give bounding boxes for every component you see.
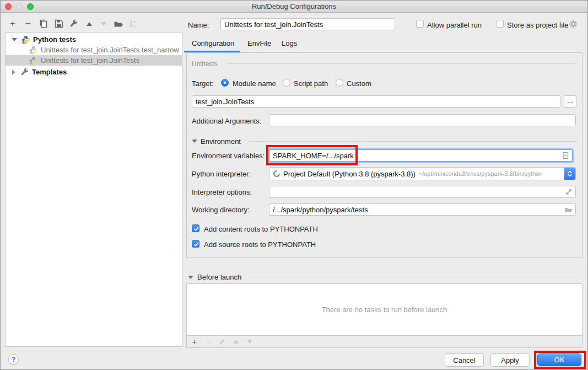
radio-custom-label[interactable]: Custom (347, 79, 371, 88)
tree-item-unittests-test-narrow[interactable]: Unittests for test_join.JoinTests.test_n… (6, 45, 182, 55)
radio-script-path-label[interactable]: Script path (294, 79, 328, 88)
apply-button[interactable]: Apply (490, 353, 530, 367)
cancel-button[interactable]: Cancel (445, 353, 484, 367)
copy-icon (39, 19, 48, 28)
expand-field-icon[interactable] (564, 187, 573, 196)
run-debug-configurations-dialog: Run/Debug Configurations + − a z (0, 0, 588, 370)
environment-section-title[interactable]: Environment (201, 137, 241, 146)
wrench-icon (69, 19, 78, 28)
store-as-project-file-checkbox[interactable] (496, 20, 504, 28)
svg-text:z: z (133, 24, 136, 28)
tree-item-label: Unittests for test_join.JoinTests (41, 56, 139, 65)
radio-custom[interactable] (336, 79, 343, 87)
browse-folder-icon[interactable] (564, 205, 573, 214)
edit-variables-icon[interactable] (561, 151, 570, 160)
ok-button-label: OK (554, 356, 565, 364)
target-input[interactable]: test_join.JoinTests (192, 95, 560, 108)
minimize-window-button[interactable] (16, 3, 23, 10)
copy-configuration-button[interactable] (38, 18, 49, 29)
close-window-button[interactable] (5, 3, 12, 10)
check-icon (193, 226, 199, 232)
question-mark-icon: ? (12, 356, 15, 363)
tree-item-python-tests[interactable]: Python tests (6, 34, 182, 45)
zoom-window-button[interactable] (27, 3, 34, 10)
add-task-button[interactable]: + (190, 337, 199, 346)
name-label: Name: (188, 21, 209, 29)
ok-button[interactable]: OK (537, 353, 581, 366)
interpreter-options-input[interactable] (269, 186, 576, 198)
sort-alphabetically-icon: a z (128, 19, 137, 28)
additional-arguments-input[interactable] (269, 114, 576, 126)
disclosure-open-icon[interactable] (12, 38, 17, 41)
radio-module-name[interactable] (221, 79, 229, 87)
title-bar: Run/Debug Configurations (1, 1, 587, 13)
radio-script-path[interactable] (283, 79, 290, 87)
target-label: Target: (192, 79, 214, 88)
environment-variables-input[interactable]: SPARK_HOME=/.../spark (269, 149, 573, 162)
move-task-down-button[interactable] (245, 337, 254, 346)
store-settings-gear-icon[interactable] (569, 19, 578, 29)
name-value: Unittests for test_join.JoinTests (224, 20, 323, 29)
arrow-up-icon (87, 22, 92, 26)
tree-item-label: Python tests (33, 35, 76, 44)
radio-module-name-label[interactable]: Module name (233, 79, 276, 88)
disclosure-closed-icon[interactable] (12, 69, 15, 75)
move-up-button[interactable] (84, 18, 95, 29)
edit-task-button[interactable] (218, 337, 226, 346)
before-launch-separator-line (247, 277, 578, 277)
browse-target-button[interactable]: ... (564, 95, 576, 108)
interpreter-options-label: Interpreter options: (192, 188, 252, 196)
working-directory-value: /.../spark/python/pyspark/tests (273, 206, 368, 214)
pencil-icon (219, 338, 226, 345)
edit-templates-button[interactable] (68, 18, 79, 29)
before-launch-task-list[interactable]: There are no tasks to run before launch (187, 284, 582, 336)
store-as-project-file-label[interactable]: Store as project file (507, 21, 568, 29)
remove-task-button[interactable]: − (204, 337, 213, 346)
add-source-roots-label[interactable]: Add source roots to PYTHONPATH (204, 240, 316, 249)
ellipsis-icon: ... (567, 96, 573, 104)
new-folder-icon (114, 19, 123, 28)
tree-item-templates[interactable]: Templates (6, 67, 182, 77)
conda-environment-icon (273, 170, 280, 178)
arrow-down-icon (101, 22, 106, 26)
templates-wrench-icon (20, 68, 29, 77)
environment-variables-label: Environment variables: (192, 152, 265, 160)
add-source-roots-checkbox[interactable] (192, 240, 199, 248)
tab-envfile[interactable]: EnvFile (247, 39, 271, 47)
python-interpreter-label: Python interpreter: (192, 170, 251, 178)
tab-logs[interactable]: Logs (282, 39, 297, 47)
tab-configuration[interactable]: Configuration (192, 39, 234, 47)
add-configuration-button[interactable]: + (7, 18, 18, 29)
unittests-group-title: Unittests (192, 60, 218, 68)
help-button[interactable]: ? (8, 354, 19, 364)
move-task-up-button[interactable] (231, 337, 240, 346)
chevron-up-down-icon (567, 170, 573, 178)
arrow-down-icon (247, 340, 252, 344)
python-interpreter-value: Project Default (Python 3.8 (pyspark-3.8… (283, 170, 416, 178)
move-down-button[interactable] (98, 18, 109, 29)
name-input[interactable]: Unittests for test_join.JoinTests (220, 18, 395, 30)
working-directory-input[interactable]: /.../spark/python/pyspark/tests (269, 203, 576, 216)
environment-variables-value: SPARK_HOME=/.../spark (273, 152, 354, 160)
before-launch-collapse-icon[interactable] (188, 276, 193, 279)
remove-configuration-button[interactable]: − (23, 18, 34, 29)
add-content-roots-checkbox[interactable] (192, 224, 199, 232)
python-tests-icon (21, 35, 30, 44)
cancel-button-label: Cancel (453, 356, 475, 364)
allow-parallel-run-checkbox[interactable] (416, 20, 424, 28)
create-folder-button[interactable] (112, 18, 123, 29)
check-icon (193, 241, 199, 248)
save-configuration-button[interactable] (53, 18, 64, 29)
python-interpreter-select[interactable]: Project Default (Python 3.8 (pyspark-3.8… (269, 167, 576, 180)
tree-item-label: Templates (32, 68, 67, 76)
environment-collapse-icon[interactable] (192, 140, 197, 143)
tree-item-unittests-jointests-selected[interactable]: Unittests for test_join.JoinTests (6, 55, 182, 66)
arrow-up-icon (233, 340, 239, 344)
allow-parallel-run-label[interactable]: Allow parallel run (427, 21, 482, 29)
python-interpreter-path: ~/opt/miniconda3/envs/pyspark-3.8/bin/py… (419, 170, 543, 177)
before-launch-tasks-panel: There are no tasks to run before launch … (186, 283, 582, 348)
interpreter-dropdown-button[interactable] (564, 168, 575, 180)
sort-configurations-button[interactable]: a z (127, 18, 138, 29)
add-content-roots-label[interactable]: Add content roots to PYTHONPATH (204, 225, 318, 233)
before-launch-title[interactable]: Before launch (197, 273, 241, 281)
